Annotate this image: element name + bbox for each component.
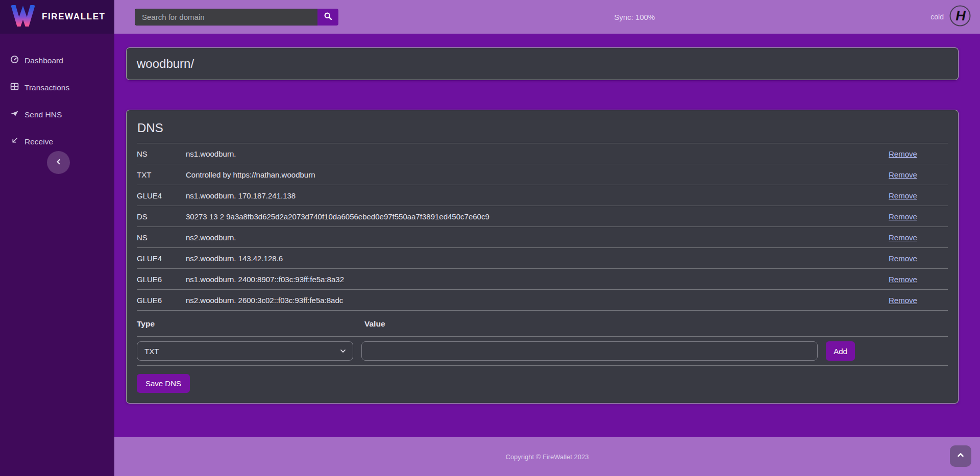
table-row: TXT Controlled by https://nathan.woodbur… — [137, 164, 948, 185]
topbar: Sync: 100% cold H — [114, 0, 980, 34]
brand-header[interactable]: FIREWALLET — [0, 0, 114, 34]
type-header: Type — [137, 319, 364, 329]
sidebar-nav: Dashboard Transactions Send HNS Receive — [0, 34, 114, 155]
value-header: Value — [364, 319, 385, 329]
table-row: GLUE4 ns1.woodburn. 170.187.241.138 Remo… — [137, 185, 948, 206]
firewallet-logo — [11, 5, 35, 29]
search-button[interactable] — [317, 9, 338, 26]
scroll-to-top-button[interactable] — [950, 445, 971, 467]
sidebar: FIREWALLET Dashboard Transactions Send H… — [0, 0, 114, 476]
sidebar-item-receive[interactable]: Receive — [10, 128, 114, 155]
record-type: NS — [137, 233, 186, 242]
dns-form-headers: Type Value — [137, 311, 948, 337]
sidebar-item-transactions[interactable]: Transactions — [10, 74, 114, 101]
record-value: ns2.woodburn. 2600:3c02::f03c:93ff:fe5a:… — [186, 296, 889, 305]
domain-title-card: woodburn/ — [126, 47, 959, 80]
footer: Copyright © FireWallet 2023 — [114, 437, 980, 476]
remove-link[interactable]: Remove — [889, 275, 948, 284]
table-icon — [10, 82, 19, 93]
tachometer-icon — [10, 55, 19, 66]
dns-add-form: TXT Add — [137, 337, 948, 366]
record-value: 30273 13 2 9a3a8fb3d625d2a2073d740f10da6… — [186, 212, 889, 221]
record-value-input[interactable] — [361, 341, 818, 361]
sidebar-item-label: Send HNS — [24, 110, 62, 119]
record-type: GLUE4 — [137, 254, 186, 263]
record-value: Controlled by https://nathan.woodburn — [186, 170, 889, 179]
table-row: DS 30273 13 2 9a3a8fb3d625d2a2073d740f10… — [137, 206, 948, 227]
send-icon — [10, 109, 19, 120]
dns-section-title: DNS — [137, 121, 948, 135]
remove-link[interactable]: Remove — [889, 149, 948, 158]
table-row: NS ns2.woodburn. Remove — [137, 227, 948, 248]
sidebar-item-send-hns[interactable]: Send HNS — [10, 101, 114, 128]
domain-search — [135, 9, 338, 26]
handshake-icon[interactable]: H — [949, 5, 971, 29]
table-row: NS ns1.woodburn. Remove — [137, 143, 948, 164]
sync-status: Sync: 100% — [338, 13, 930, 21]
record-value: ns1.woodburn. 2400:8907::f03c:93ff:fe5a:… — [186, 275, 889, 284]
sidebar-item-label: Transactions — [24, 83, 69, 92]
table-row: GLUE4 ns2.woodburn. 143.42.128.6 Remove — [137, 248, 948, 269]
remove-link[interactable]: Remove — [889, 233, 948, 242]
dns-card: DNS NS ns1.woodburn. Remove TXT Controll… — [126, 110, 959, 404]
remove-link[interactable]: Remove — [889, 296, 948, 305]
search-icon — [324, 12, 332, 22]
remove-link[interactable]: Remove — [889, 170, 948, 179]
sidebar-item-label: Dashboard — [24, 56, 63, 65]
record-value: ns2.woodburn. 143.42.128.6 — [186, 254, 889, 263]
copyright-text: Copyright © FireWallet 2023 — [506, 453, 589, 461]
chevron-up-icon — [957, 451, 965, 461]
domain-title: woodburn/ — [137, 57, 194, 71]
record-value: ns1.woodburn. 170.187.241.138 — [186, 191, 889, 200]
record-type: GLUE6 — [137, 275, 186, 284]
main-content: woodburn/ DNS NS ns1.woodburn. Remove TX… — [114, 34, 980, 437]
record-type-select-wrap: TXT — [137, 341, 353, 361]
brand-name: FIREWALLET — [42, 12, 106, 22]
remove-link[interactable]: Remove — [889, 191, 948, 200]
record-value: ns2.woodburn. — [186, 233, 889, 242]
record-type: DS — [137, 212, 186, 221]
sidebar-collapse-button[interactable] — [47, 151, 70, 174]
record-type: TXT — [137, 170, 186, 179]
record-type: GLUE4 — [137, 191, 186, 200]
wallet-name: cold — [930, 13, 944, 21]
table-row: GLUE6 ns2.woodburn. 2600:3c02::f03c:93ff… — [137, 290, 948, 311]
sidebar-item-label: Receive — [24, 137, 53, 146]
record-type: GLUE6 — [137, 296, 186, 305]
add-record-button[interactable]: Add — [826, 341, 855, 361]
wallet-area[interactable]: cold H — [930, 5, 971, 29]
dns-records-table: NS ns1.woodburn. Remove TXT Controlled b… — [137, 143, 948, 311]
remove-link[interactable]: Remove — [889, 212, 948, 221]
sidebar-item-dashboard[interactable]: Dashboard — [10, 47, 114, 74]
record-value: ns1.woodburn. — [186, 149, 889, 158]
search-input[interactable] — [135, 9, 317, 26]
record-type: NS — [137, 149, 186, 158]
chevron-left-icon — [55, 158, 62, 167]
record-type-select[interactable]: TXT — [137, 341, 353, 361]
receive-icon — [10, 136, 19, 147]
table-row: GLUE6 ns1.woodburn. 2400:8907::f03c:93ff… — [137, 269, 948, 290]
remove-link[interactable]: Remove — [889, 254, 948, 263]
svg-text:H: H — [955, 8, 966, 23]
save-dns-button[interactable]: Save DNS — [137, 374, 190, 393]
